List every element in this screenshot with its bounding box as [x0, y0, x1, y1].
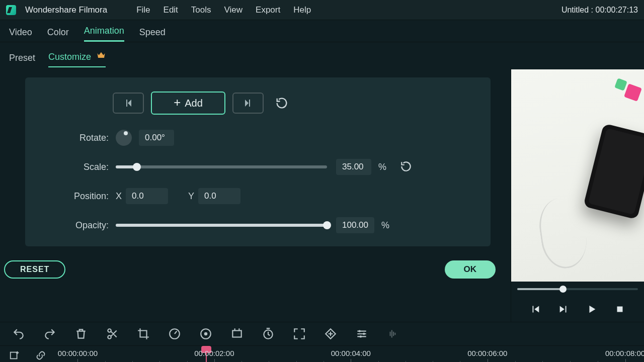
timeline-left-tools: [0, 346, 55, 361]
ok-button[interactable]: OK: [445, 260, 496, 279]
titlebar: Wondershare Filmora File Edit Tools View…: [0, 0, 644, 20]
crop-icon[interactable]: [137, 327, 150, 340]
opacity-value-input[interactable]: 100.00: [336, 217, 374, 233]
menu-help[interactable]: Help: [293, 5, 311, 15]
preview-phone-object: [583, 123, 644, 220]
subtab-customize-label: Customize: [48, 52, 91, 62]
svg-point-6: [359, 330, 361, 332]
redo-icon[interactable]: [43, 327, 56, 340]
svg-rect-4: [232, 331, 241, 337]
add-track-icon[interactable]: [9, 350, 20, 361]
menu-export[interactable]: Export: [256, 5, 280, 15]
keyframe-diamond-icon[interactable]: [324, 327, 337, 340]
pos-x-input[interactable]: 0.0: [126, 188, 168, 204]
properties-column: + Add Rotate: 0.00°: [0, 67, 511, 322]
preview-zoom-slider[interactable]: [517, 288, 638, 290]
tab-video[interactable]: Video: [9, 27, 32, 42]
speed-icon[interactable]: [168, 327, 181, 340]
step-forward-button[interactable]: [558, 304, 569, 315]
main-menu: File Edit Tools View Export Help: [136, 5, 311, 15]
add-keyframe-button[interactable]: + Add: [151, 92, 225, 115]
subtab-preset[interactable]: Preset: [9, 53, 35, 67]
tab-color[interactable]: Color: [47, 27, 69, 42]
svg-point-7: [363, 333, 365, 335]
panel-footer: RESET OK: [0, 246, 511, 279]
pos-x-label: X: [116, 191, 122, 202]
time-label: 00:00:02:00: [194, 349, 234, 357]
color-match-icon[interactable]: [199, 327, 212, 340]
keyframe-controls: + Add: [113, 92, 470, 115]
scale-slider[interactable]: [116, 165, 327, 168]
preview-column: [511, 67, 644, 322]
stop-button[interactable]: [614, 304, 625, 315]
rotate-value-input[interactable]: 0.00°: [139, 130, 174, 146]
time-label: 00:00:08:00: [605, 349, 644, 357]
scale-label: Scale:: [63, 162, 109, 172]
svg-point-8: [360, 335, 362, 337]
tab-animation[interactable]: Animation: [84, 26, 124, 42]
scale-row: Scale: 35.00 %: [116, 159, 470, 175]
rotate-dial[interactable]: [116, 130, 132, 146]
split-icon[interactable]: [106, 327, 119, 340]
time-label: 00:00:06:00: [467, 349, 507, 357]
subtab-customize[interactable]: Customize: [48, 52, 106, 67]
green-screen-icon[interactable]: [230, 327, 244, 340]
step-back-button[interactable]: [530, 304, 541, 315]
audio-waveform-icon[interactable]: [386, 327, 399, 340]
animation-subtabs: Preset Customize: [0, 42, 644, 67]
add-keyframe-label: Add: [185, 98, 203, 109]
menu-file[interactable]: File: [136, 5, 150, 15]
delete-icon[interactable]: [74, 327, 88, 340]
pos-y-label: Y: [188, 191, 194, 202]
opacity-label: Opacity:: [63, 220, 109, 231]
time-label: 00:00:04:00: [331, 349, 371, 357]
timeline-ruler[interactable]: ⋁ 00:00:00:0000:00:02:0000:00:04:0000:00…: [55, 346, 644, 362]
premium-crown-icon: [97, 52, 106, 59]
svg-point-3: [204, 332, 208, 336]
project-title-timecode: Untitled : 00:00:27:13: [561, 6, 638, 15]
reset-keyframes-icon[interactable]: [275, 96, 289, 110]
svg-rect-9: [11, 352, 17, 359]
rotate-row: Rotate: 0.00°: [116, 130, 470, 146]
main-row: + Add Rotate: 0.00°: [0, 67, 644, 322]
scale-unit: %: [378, 162, 386, 172]
property-tabs: Video Color Animation Speed: [0, 20, 644, 42]
preview-viewport[interactable]: [511, 69, 644, 282]
position-label: Position:: [63, 191, 109, 202]
preview-zoom-row: [511, 282, 644, 297]
adjust-icon[interactable]: [355, 327, 368, 340]
position-row: Position: X 0.0 Y 0.0: [116, 188, 470, 204]
prev-keyframe-button[interactable]: [113, 93, 144, 114]
menu-view[interactable]: View: [224, 5, 243, 15]
opacity-row: Opacity: 100.00 %: [116, 217, 470, 233]
scale-reset-icon[interactable]: [399, 160, 414, 174]
link-icon[interactable]: [35, 350, 46, 361]
tab-speed[interactable]: Speed: [139, 27, 166, 42]
opacity-unit: %: [381, 220, 389, 231]
decorative-flower-icon: [624, 83, 642, 102]
svg-rect-0: [617, 307, 623, 312]
customize-panel: + Add Rotate: 0.00°: [25, 77, 491, 246]
next-keyframe-button[interactable]: [232, 93, 264, 114]
menu-tools[interactable]: Tools: [191, 5, 211, 15]
transport-controls: [511, 297, 644, 322]
app-name: Wondershare Filmora: [25, 5, 107, 15]
menu-edit[interactable]: Edit: [164, 5, 178, 15]
timeline-toolbar: [0, 322, 644, 346]
expand-icon[interactable]: [293, 327, 306, 340]
time-label: 00:00:00:00: [58, 349, 98, 357]
duration-icon[interactable]: [262, 327, 275, 340]
pos-y-input[interactable]: 0.0: [198, 188, 240, 204]
undo-icon[interactable]: [12, 327, 25, 340]
decorative-leaf-icon: [614, 78, 627, 91]
preview-cable-object: [536, 195, 591, 271]
timeline-ruler-row: ⋁ 00:00:00:0000:00:02:0000:00:04:0000:00…: [0, 346, 644, 362]
reset-button[interactable]: RESET: [4, 260, 65, 279]
scale-value-input[interactable]: 35.00: [336, 159, 371, 175]
play-button[interactable]: [586, 304, 597, 315]
rotate-label: Rotate:: [63, 133, 109, 143]
app-logo-icon: [6, 5, 16, 15]
opacity-slider[interactable]: [116, 224, 327, 227]
